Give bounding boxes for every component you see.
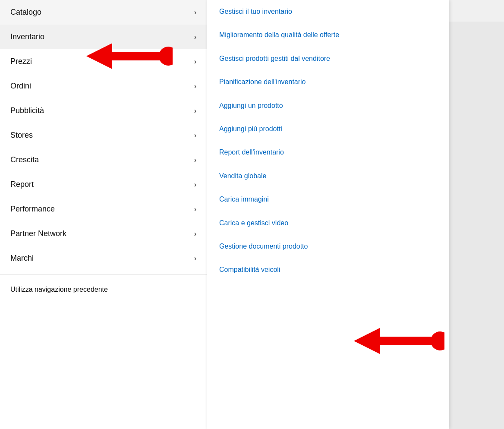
submenu-item-compatibilita-veicoli[interactable]: Compatibilità veicoli xyxy=(207,258,449,281)
sidebar-item-stores-label: Stores xyxy=(10,131,33,140)
chevron-right-icon-report: › xyxy=(194,181,196,189)
svg-point-3 xyxy=(431,331,444,350)
submenu-item-compatibilita-veicoli-label: Compatibilità veicoli xyxy=(219,266,280,273)
sidebar-item-prezzi-label: Prezzi xyxy=(10,57,32,66)
sidebar-item-crescita[interactable]: Crescita › xyxy=(0,148,207,172)
chevron-right-icon-crescita: › xyxy=(194,156,196,164)
sidebar-item-ordini-label: Ordini xyxy=(10,82,31,91)
submenu-item-report-inventario[interactable]: Report dell'inventario xyxy=(207,141,449,164)
chevron-right-icon-partner-network: › xyxy=(194,230,196,238)
sidebar-item-crescita-label: Crescita xyxy=(10,155,39,164)
svg-point-1 xyxy=(159,47,173,66)
chevron-right-icon: › xyxy=(194,9,196,16)
sidebar-item-nav-precedente[interactable]: Utilizza navigazione precedente xyxy=(0,278,207,301)
sidebar-item-pubblicita-label: Pubblicità xyxy=(10,106,44,115)
chevron-right-icon-performance: › xyxy=(194,205,196,213)
chevron-right-icon-marchi: › xyxy=(194,255,196,262)
sidebar-item-marchi-label: Marchi xyxy=(10,254,34,263)
submenu-item-aggiungi-prodotto-label: Aggiungi un prodotto xyxy=(219,102,283,109)
submenu-item-gestisci-inventario[interactable]: Gestisci il tuo inventario xyxy=(207,0,449,23)
submenu-item-gestisci-prodotti[interactable]: Gestisci prodotti gestiti dal venditore xyxy=(207,47,449,70)
submenu-item-miglioramento[interactable]: Miglioramento della qualità delle offert… xyxy=(207,23,449,47)
arrow-inventario-annotation xyxy=(86,41,173,71)
sidebar-item-inventario-label: Inventario xyxy=(10,32,44,41)
submenu-item-pianificazione[interactable]: Pianificazione dell'inventario xyxy=(207,70,449,94)
chevron-right-icon-inventario: › xyxy=(194,33,196,41)
submenu-inventario: Gestisci il tuo inventario Miglioramento… xyxy=(207,0,449,429)
sidebar-divider xyxy=(0,274,207,274)
sidebar-item-partner-network-label: Partner Network xyxy=(10,229,66,238)
submenu-item-gestisci-inventario-label: Gestisci il tuo inventario xyxy=(219,8,292,15)
sidebar-item-performance-label: Performance xyxy=(10,205,55,214)
chevron-right-icon-ordini: › xyxy=(194,82,196,90)
chevron-right-icon-stores: › xyxy=(194,132,196,139)
sidebar-item-nav-precedente-label: Utilizza navigazione precedente xyxy=(10,286,108,293)
submenu-item-aggiungi-piu-prodotti-label: Aggiungi più prodotti xyxy=(219,125,282,132)
arrow-video-annotation xyxy=(354,326,444,356)
chevron-right-icon-prezzi: › xyxy=(194,58,196,66)
sidebar-item-marchi[interactable]: Marchi › xyxy=(0,246,207,271)
sidebar-item-report-label: Report xyxy=(10,180,34,189)
submenu-item-gestisci-prodotti-label: Gestisci prodotti gestiti dal venditore xyxy=(219,55,330,62)
submenu-item-vendita-globale-label: Vendita globale xyxy=(219,172,266,180)
sidebar-item-catalogo-label: Catalogo xyxy=(10,8,41,17)
submenu-item-carica-immagini-label: Carica immagini xyxy=(219,196,269,203)
submenu-item-miglioramento-label: Miglioramento della qualità delle offert… xyxy=(219,30,437,40)
sidebar-item-performance[interactable]: Performance › xyxy=(0,197,207,221)
submenu-item-carica-video[interactable]: Carica e gestisci video xyxy=(207,211,449,235)
chevron-right-icon-pubblicita: › xyxy=(194,107,196,115)
submenu-item-gestione-documenti-label: Gestione documenti prodotto xyxy=(219,243,308,250)
sidebar-item-stores[interactable]: Stores › xyxy=(0,123,207,148)
sidebar-item-ordini[interactable]: Ordini › xyxy=(0,74,207,98)
sidebar-item-partner-network[interactable]: Partner Network › xyxy=(0,221,207,246)
submenu-item-carica-video-label: Carica e gestisci video xyxy=(219,219,288,227)
submenu-item-pianificazione-label: Pianificazione dell'inventario xyxy=(219,78,306,85)
submenu-item-aggiungi-prodotto[interactable]: Aggiungi un prodotto xyxy=(207,94,449,117)
sidebar-item-pubblicita[interactable]: Pubblicità › xyxy=(0,98,207,123)
submenu-item-carica-immagini[interactable]: Carica immagini xyxy=(207,188,449,211)
sidebar-item-catalogo[interactable]: Catalogo › xyxy=(0,0,207,25)
sidebar-item-report[interactable]: Report › xyxy=(0,172,207,197)
submenu-item-vendita-globale[interactable]: Vendita globale xyxy=(207,164,449,188)
submenu-item-report-inventario-label: Report dell'inventario xyxy=(219,148,284,156)
submenu-item-gestione-documenti[interactable]: Gestione documenti prodotto xyxy=(207,235,449,258)
submenu-item-aggiungi-piu-prodotti[interactable]: Aggiungi più prodotti xyxy=(207,117,449,141)
